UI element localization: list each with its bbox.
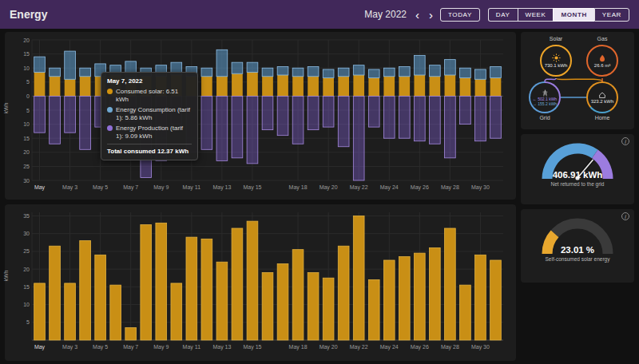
- bar-consumed-solar[interactable]: [247, 72, 258, 96]
- bar-solar-production[interactable]: [445, 228, 456, 340]
- bar-solar-production[interactable]: [216, 262, 228, 340]
- bar-solar-production[interactable]: [232, 228, 243, 340]
- bar-energy-production[interactable]: [262, 96, 273, 129]
- range-button-day[interactable]: DAY: [488, 8, 518, 22]
- grid-node[interactable]: ← 502.1 kWh → 155.2 kWh: [529, 81, 561, 113]
- bar-energy-consumption[interactable]: [65, 51, 76, 79]
- bar-energy-production[interactable]: [323, 96, 334, 127]
- bar-solar-production[interactable]: [110, 285, 121, 340]
- bar-consumed-solar[interactable]: [323, 78, 334, 97]
- bar-solar-production[interactable]: [460, 285, 471, 340]
- bar-energy-consumption[interactable]: [460, 68, 471, 77]
- bar-energy-consumption[interactable]: [445, 60, 456, 75]
- bar-consumed-solar[interactable]: [232, 73, 243, 96]
- bar-energy-production[interactable]: [383, 96, 395, 138]
- bar-energy-consumption[interactable]: [414, 55, 425, 75]
- bar-consumed-solar[interactable]: [65, 79, 76, 96]
- bar-solar-production[interactable]: [156, 223, 167, 340]
- next-period-button[interactable]: ›: [427, 9, 435, 21]
- bar-consumed-solar[interactable]: [383, 77, 395, 97]
- bar-energy-consumption[interactable]: [368, 69, 379, 78]
- bar-solar-production[interactable]: [292, 250, 304, 340]
- bar-energy-production[interactable]: [308, 96, 319, 129]
- range-button-week[interactable]: WEEK: [518, 8, 554, 22]
- bar-energy-production[interactable]: [353, 96, 364, 180]
- prev-period-button[interactable]: ‹: [413, 9, 422, 21]
- bar-solar-production[interactable]: [353, 216, 364, 340]
- bar-energy-production[interactable]: [368, 96, 379, 127]
- bar-solar-production[interactable]: [95, 255, 106, 340]
- bar-consumed-solar[interactable]: [414, 75, 425, 96]
- bar-consumed-solar[interactable]: [368, 78, 379, 97]
- info-icon[interactable]: i: [621, 137, 629, 145]
- bar-solar-production[interactable]: [323, 278, 334, 340]
- bar-energy-consumption[interactable]: [430, 65, 441, 77]
- bar-energy-consumption[interactable]: [277, 66, 288, 75]
- bar-energy-production[interactable]: [65, 96, 76, 133]
- bar-consumed-solar[interactable]: [430, 77, 441, 97]
- bar-consumed-solar[interactable]: [399, 77, 410, 97]
- home-node[interactable]: 323.2 kWh: [586, 81, 618, 113]
- bar-energy-consumption[interactable]: [353, 65, 364, 75]
- bar-energy-production[interactable]: [430, 96, 441, 144]
- bar-energy-production[interactable]: [34, 96, 46, 133]
- bar-energy-consumption[interactable]: [490, 66, 502, 77]
- bar-energy-production[interactable]: [445, 96, 456, 157]
- bar-consumed-solar[interactable]: [201, 77, 212, 97]
- bar-consumed-solar[interactable]: [216, 77, 228, 97]
- bar-energy-consumption[interactable]: [383, 68, 395, 77]
- bar-energy-consumption[interactable]: [308, 66, 319, 76]
- bar-solar-production[interactable]: [201, 239, 212, 340]
- bar-solar-production[interactable]: [125, 327, 137, 340]
- bar-energy-consumption[interactable]: [232, 62, 243, 73]
- bar-energy-production[interactable]: [201, 96, 212, 149]
- bar-energy-consumption[interactable]: [323, 69, 334, 78]
- bar-solar-production[interactable]: [277, 263, 288, 340]
- bar-solar-production[interactable]: [414, 253, 425, 340]
- bar-energy-consumption[interactable]: [201, 68, 212, 77]
- gas-node[interactable]: 26.6 m³: [586, 45, 618, 77]
- bar-energy-consumption[interactable]: [262, 68, 273, 77]
- bar-energy-consumption[interactable]: [475, 69, 486, 79]
- bar-energy-production[interactable]: [277, 96, 288, 135]
- bar-consumed-solar[interactable]: [308, 77, 319, 97]
- bar-consumed-solar[interactable]: [475, 79, 486, 96]
- bar-solar-production[interactable]: [50, 246, 61, 340]
- bar-consumed-solar[interactable]: [34, 72, 46, 96]
- bar-solar-production[interactable]: [430, 247, 441, 340]
- bar-consumed-solar[interactable]: [292, 77, 304, 97]
- bar-energy-production[interactable]: [80, 96, 91, 149]
- bar-solar-production[interactable]: [399, 257, 410, 340]
- bar-solar-production[interactable]: [383, 260, 395, 340]
- bar-energy-production[interactable]: [414, 96, 425, 140]
- bar-energy-consumption[interactable]: [216, 49, 228, 76]
- bar-solar-production[interactable]: [308, 273, 319, 340]
- bar-solar-production[interactable]: [80, 241, 91, 340]
- bar-solar-production[interactable]: [186, 237, 197, 340]
- bar-energy-production[interactable]: [338, 96, 349, 146]
- bar-solar-production[interactable]: [34, 283, 46, 340]
- bar-consumed-solar[interactable]: [445, 75, 456, 96]
- bar-solar-production[interactable]: [247, 221, 258, 340]
- bar-energy-production[interactable]: [490, 96, 502, 138]
- bar-consumed-solar[interactable]: [490, 78, 502, 97]
- bar-energy-production[interactable]: [50, 96, 61, 144]
- today-button[interactable]: TODAY: [440, 8, 480, 22]
- bar-energy-consumption[interactable]: [247, 62, 258, 72]
- bar-consumed-solar[interactable]: [460, 78, 471, 97]
- bar-solar-production[interactable]: [141, 225, 152, 340]
- bar-solar-production[interactable]: [368, 279, 379, 340]
- bar-energy-consumption[interactable]: [50, 68, 61, 77]
- bar-energy-consumption[interactable]: [80, 68, 91, 77]
- bar-energy-production[interactable]: [475, 96, 486, 140]
- bar-solar-production[interactable]: [262, 273, 273, 340]
- bar-energy-consumption[interactable]: [34, 57, 46, 72]
- bar-energy-production[interactable]: [247, 96, 258, 163]
- bar-solar-production[interactable]: [171, 283, 182, 340]
- bar-solar-production[interactable]: [338, 246, 349, 340]
- bar-consumed-solar[interactable]: [262, 77, 273, 97]
- bar-consumed-solar[interactable]: [80, 77, 91, 97]
- bar-energy-production[interactable]: [292, 96, 304, 144]
- bar-energy-consumption[interactable]: [338, 68, 349, 77]
- bar-energy-production[interactable]: [460, 96, 471, 124]
